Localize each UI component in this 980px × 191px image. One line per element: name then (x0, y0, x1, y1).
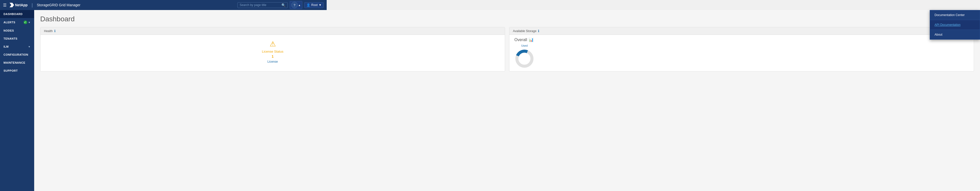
help-icon[interactable]: ? (291, 2, 298, 8)
search-input[interactable] (240, 3, 280, 7)
navbar: ☰ NetApp | StorageGRID Grid Manager 🔍 ? … (0, 0, 327, 10)
page-title: Dashboard (40, 15, 327, 23)
alerts-check-icon: ✓ (24, 21, 26, 24)
ilm-caret-icon: ▼ (28, 45, 31, 48)
user-icon: 👤 (306, 3, 310, 7)
sidebar-label-tenants: TENANTS (3, 37, 18, 40)
user-caret-icon: ▼ (319, 3, 321, 7)
alerts-caret-icon: ▼ (28, 21, 31, 24)
sidebar-label-maintenance: MAINTENANCE (3, 61, 25, 64)
svg-marker-0 (10, 3, 14, 7)
sidebar-item-tenants[interactable]: TENANTS (0, 35, 34, 43)
hamburger-icon[interactable]: ☰ (3, 3, 6, 8)
sidebar-label-nodes: NODES (3, 29, 14, 32)
main-content: Dashboard Health ℹ ⚠ License Status 1 Li… (34, 10, 327, 64)
sidebar-label-configuration: CONFIGURATION (3, 53, 29, 56)
health-info-icon[interactable]: ℹ (54, 29, 56, 33)
sidebar-item-configuration[interactable]: CONFIGURATION (0, 51, 34, 58)
warning-icon: ⚠ (270, 40, 276, 48)
navbar-right: 🔍 ? ▲ 👤 Root ▼ (237, 1, 324, 9)
app-title: StorageGRID Grid Manager (37, 3, 80, 7)
netapp-logo-icon (10, 3, 14, 7)
sidebar-label-alerts: ALERTS (3, 21, 15, 24)
netapp-logo-text: NetApp (15, 3, 28, 7)
alerts-badge: ✓ (24, 21, 27, 24)
sidebar-label-ilm: ILM (3, 45, 8, 48)
health-header-label: Health (44, 29, 53, 33)
sidebar-label-dashboard: DASHBOARD (3, 13, 22, 16)
license-count: 1 (272, 54, 274, 58)
sidebar-item-maintenance[interactable]: MAINTENANCE (0, 58, 34, 64)
help-caret-icon: ▲ (298, 4, 301, 6)
navbar-left: ☰ NetApp | StorageGRID Grid Manager (3, 3, 237, 8)
search-box[interactable]: 🔍 (237, 2, 288, 8)
navbar-divider: | (32, 3, 33, 8)
help-button-wrapper[interactable]: ? ▲ (290, 1, 302, 9)
health-card-header: Health ℹ (40, 27, 327, 35)
user-button[interactable]: 👤 Root ▼ (304, 2, 324, 8)
user-label: Root (311, 3, 318, 7)
sidebar: DASHBOARD ALERTS ✓ ▼ NODES TENANTS ILM ▼… (0, 10, 34, 64)
sidebar-item-dashboard[interactable]: DASHBOARD (0, 10, 34, 18)
sidebar-item-alerts[interactable]: ALERTS ✓ ▼ (0, 18, 34, 27)
license-status-label: License Status (262, 50, 283, 54)
netapp-logo: NetApp (10, 3, 28, 7)
sidebar-item-ilm[interactable]: ILM ▼ (0, 43, 34, 51)
cards-row: Health ℹ ⚠ License Status 1 License Avai… (40, 27, 327, 64)
sidebar-item-nodes[interactable]: NODES (0, 27, 34, 35)
health-card-body: ⚠ License Status 1 License (40, 35, 327, 64)
license-link[interactable]: License (267, 60, 278, 63)
search-icon[interactable]: 🔍 (282, 3, 285, 7)
health-card: Health ℹ ⚠ License Status 1 License (40, 27, 327, 64)
